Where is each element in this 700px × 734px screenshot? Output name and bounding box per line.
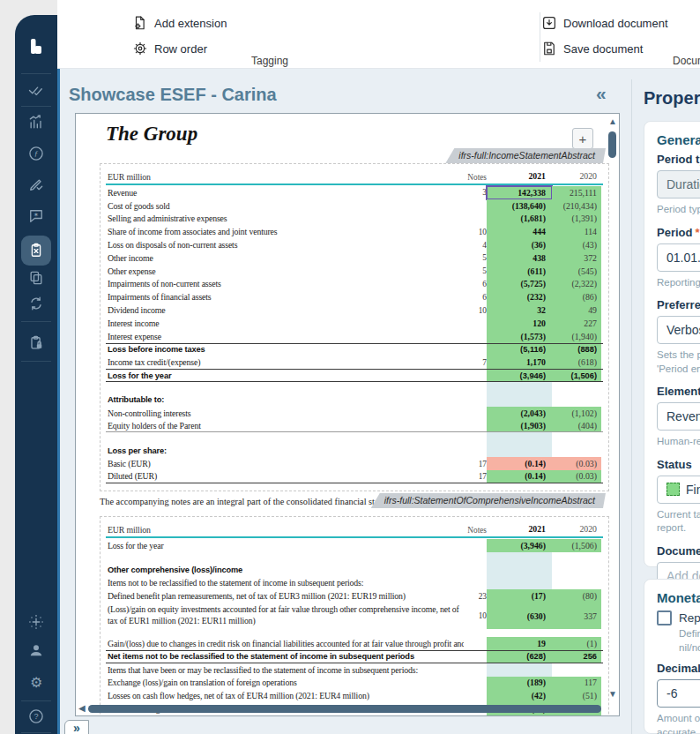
- fact-cell-2020[interactable]: [552, 564, 601, 577]
- fact-cell-2021[interactable]: (0.14): [487, 457, 552, 470]
- fact-cell-2020[interactable]: (2,322): [552, 278, 601, 291]
- fact-cell-2020[interactable]: 372: [552, 251, 601, 265]
- sidebar-item-check-double[interactable]: [21, 75, 51, 105]
- sidebar-item-ai-sparkle[interactable]: [21, 607, 51, 637]
- fact-cell-2021[interactable]: (628): [487, 651, 552, 663]
- sidebar-item-clipboard-lock[interactable]: [21, 328, 51, 358]
- sidebar-item-help[interactable]: ?: [21, 701, 51, 731]
- fact-cell-2021[interactable]: (138,640): [487, 199, 552, 213]
- fact-cell-2020[interactable]: [552, 393, 601, 407]
- xbrl-tag-income-statement[interactable]: ifrs-full:IncomeStatementAbstract: [445, 148, 606, 163]
- fact-cell-2020[interactable]: (1,102): [552, 407, 601, 420]
- fact-cell-2021[interactable]: (1,681): [487, 213, 552, 226]
- sidebar-item-formula[interactable]: ƒ: [21, 139, 51, 169]
- fact-cell-2020[interactable]: 215,111: [552, 186, 601, 199]
- sidebar-item-settings-gear[interactable]: ⚙: [21, 668, 51, 698]
- fact-cell-2021[interactable]: (1,903): [487, 420, 552, 432]
- fact-cell-2021[interactable]: [487, 663, 552, 677]
- fact-cell-2020[interactable]: (80): [552, 589, 601, 603]
- xbrl-tag-comprehensive-income[interactable]: ifrs-full:StatementOfComprehensiveIncome…: [371, 493, 606, 508]
- sidebar-item-user[interactable]: [21, 635, 51, 665]
- fact-cell-2021[interactable]: (36): [487, 238, 552, 251]
- fact-cell-2021[interactable]: [487, 577, 552, 590]
- field-input[interactable]: Duration: [657, 170, 700, 198]
- fact-cell-2021[interactable]: [487, 382, 552, 393]
- sidebar-item-bar-chart[interactable]: [21, 108, 51, 138]
- fact-cell-2021[interactable]: (42): [487, 689, 552, 702]
- fact-cell-2020[interactable]: (1,940): [552, 330, 601, 343]
- sidebar-item-sync[interactable]: [21, 288, 51, 318]
- fact-cell-2021[interactable]: 19: [487, 637, 552, 650]
- collapse-panel-button[interactable]: «: [596, 83, 607, 104]
- fact-cell-2020[interactable]: (210,434): [552, 199, 601, 213]
- fact-cell-2020[interactable]: (545): [552, 265, 601, 278]
- fact-cell-2021[interactable]: [487, 432, 552, 444]
- fact-cell-2021[interactable]: (611): [487, 265, 552, 278]
- fact-cell-2021[interactable]: (5,116): [487, 344, 552, 356]
- fact-cell-2020[interactable]: (1): [552, 637, 601, 650]
- add-extension-button[interactable]: Add extension: [132, 15, 227, 31]
- field-input[interactable]: Final: [657, 476, 700, 504]
- fact-cell-2021[interactable]: (17): [487, 589, 552, 603]
- fact-cell-2020[interactable]: (618): [552, 356, 601, 369]
- fact-cell-2021[interactable]: (630): [487, 603, 552, 629]
- fact-cell-2020[interactable]: 227: [552, 317, 601, 330]
- fact-cell-2020[interactable]: [552, 552, 601, 564]
- fact-cell-2021[interactable]: 120: [487, 317, 552, 330]
- download-document-button[interactable]: Download document: [541, 15, 668, 31]
- fact-cell-2020[interactable]: 256: [552, 651, 601, 663]
- fact-cell-2021[interactable]: (3,946): [487, 539, 552, 552]
- fact-cell-2021[interactable]: (0.14): [487, 470, 552, 483]
- fact-cell-2020[interactable]: (888): [552, 344, 601, 356]
- bottom-panel-expander[interactable]: »: [64, 720, 89, 734]
- sidebar-item-edit-check[interactable]: [21, 169, 51, 199]
- fact-cell-2020[interactable]: (1,391): [552, 213, 601, 226]
- scroll-up-icon[interactable]: ▲: [608, 116, 617, 126]
- fact-cell-2021[interactable]: (5,725): [487, 278, 552, 291]
- fact-cell-2020[interactable]: [552, 432, 601, 444]
- fact-cell-2020[interactable]: (1,506): [552, 370, 601, 381]
- row-order-button[interactable]: Row order: [132, 41, 207, 56]
- sidebar-item-expand[interactable]: »: [21, 730, 51, 734]
- report-as-nil-checkbox[interactable]: [657, 610, 672, 625]
- horizontal-scrollbar-thumb[interactable]: [88, 705, 601, 713]
- fact-cell-2021[interactable]: 444: [487, 225, 552, 238]
- fact-cell-2020[interactable]: [552, 382, 601, 393]
- fact-cell-2020[interactable]: 337: [552, 603, 601, 629]
- fact-cell-2020[interactable]: 114: [552, 225, 601, 238]
- fact-cell-2021[interactable]: [487, 564, 552, 577]
- fact-cell-2021[interactable]: (189): [487, 677, 552, 690]
- fact-cell-2021[interactable]: (232): [487, 290, 552, 303]
- fact-cell-2020[interactable]: (43): [552, 238, 601, 251]
- fact-cell-2021[interactable]: [487, 552, 552, 564]
- fact-cell-2020[interactable]: 117: [552, 677, 601, 690]
- fact-cell-2021[interactable]: 438: [487, 251, 552, 265]
- scroll-down-icon[interactable]: ▼: [608, 689, 617, 699]
- fact-cell-2020[interactable]: [552, 444, 601, 457]
- fact-cell-2021[interactable]: (1,573): [487, 330, 552, 343]
- fact-cell-2021[interactable]: 142,338: [487, 186, 552, 199]
- fact-cell-2021[interactable]: [487, 393, 552, 407]
- zoom-in-button[interactable]: +: [572, 128, 593, 149]
- scroll-left-icon[interactable]: ◀: [78, 703, 86, 713]
- fact-cell-2020[interactable]: (86): [552, 290, 601, 303]
- fact-cell-2021[interactable]: [487, 444, 552, 457]
- fact-cell-2020[interactable]: (0.03): [552, 470, 601, 483]
- field-input[interactable]: Verbose label: [657, 316, 700, 344]
- fact-cell-2020[interactable]: [552, 577, 601, 590]
- fact-cell-2021[interactable]: (3,946): [487, 370, 552, 381]
- fact-cell-2021[interactable]: 1,170: [487, 356, 552, 369]
- save-document-button[interactable]: Save document: [541, 41, 643, 56]
- fact-cell-2020[interactable]: (0.03): [552, 457, 601, 470]
- field-input[interactable]: 01.01.2021 - 31.12.2021: [657, 243, 700, 272]
- sidebar-item-comment-star[interactable]: ✶: [21, 201, 51, 231]
- fact-cell-2020[interactable]: [552, 663, 601, 677]
- sidebar-item-clipboard-x[interactable]: [21, 236, 51, 266]
- fact-cell-2021[interactable]: 32: [487, 303, 552, 317]
- field-input[interactable]: Revenue: [657, 402, 700, 431]
- fact-cell-2021[interactable]: (2,043): [487, 407, 552, 420]
- fact-cell-2020[interactable]: 49: [552, 303, 601, 317]
- fact-cell-2020[interactable]: (404): [552, 420, 601, 432]
- field-input[interactable]: -6: [657, 679, 700, 708]
- fact-cell-2020[interactable]: (1,506): [552, 539, 601, 552]
